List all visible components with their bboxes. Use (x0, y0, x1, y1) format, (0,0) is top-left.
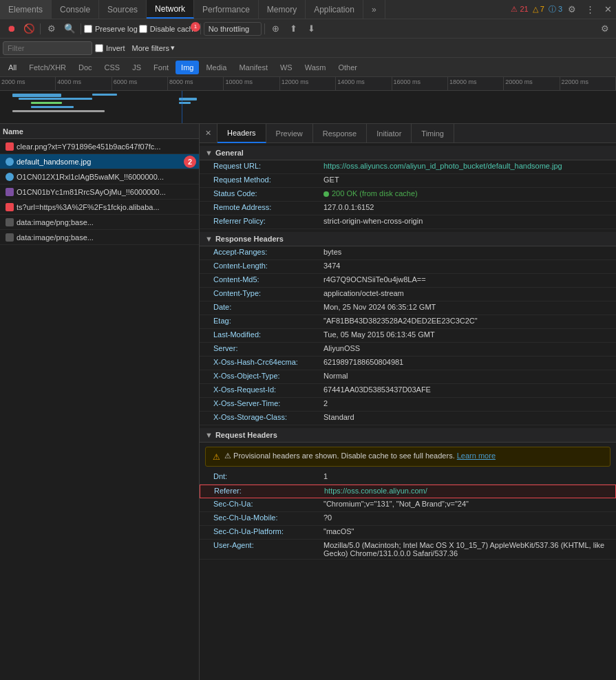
request-headers-section[interactable]: ▼ Request Headers (200, 428, 616, 443)
preserve-log-label[interactable]: Preserve log (84, 25, 138, 33)
devtools-gear-area: ⚠ 21 △ 7 ⓘ 3 ⚙ ⋮ ✕ (511, 0, 616, 19)
preserve-log-checkbox[interactable] (84, 25, 92, 33)
tab-performance[interactable]: Performance (194, 0, 259, 19)
prop-remote-address: Remote Address: 127.0.0.1:6152 (200, 202, 616, 215)
type-btn-font[interactable]: Font (148, 61, 174, 74)
prop-oss-object-type: X-Oss-Object-Type: Normal (200, 370, 616, 384)
timeline-area[interactable]: 2000 ms 4000 ms 6000 ms 8000 ms 10000 ms… (0, 77, 616, 124)
tick-1: 2000 ms (0, 77, 56, 90)
type-btn-img[interactable]: Img (176, 61, 199, 74)
timeline-bar-3 (31, 102, 62, 104)
prop-oss-request-id: X-Oss-Request-Id: 67441AA03D53853437D03A… (200, 384, 616, 398)
close-devtools-button[interactable]: ✕ (599, 1, 616, 18)
prop-referrer-policy: Referrer Policy: strict-origin-when-cros… (200, 215, 616, 229)
detail-tab-headers[interactable]: Headers (217, 124, 266, 143)
prop-status-code: Status Code: 200 OK (from disk cache) (200, 188, 616, 202)
type-btn-fetch[interactable]: Fetch/XHR (23, 61, 72, 74)
response-headers-section[interactable]: ▼ Response Headers (200, 232, 616, 246)
request-item-2[interactable]: default_handsome.jpg 2 (0, 154, 199, 169)
separator-4 (264, 23, 265, 34)
learn-more-link[interactable]: Learn more (457, 451, 496, 460)
tab-elements[interactable]: Elements (0, 0, 52, 19)
type-btn-all[interactable]: All (3, 61, 22, 74)
prop-last-modified: Last-Modified: Tue, 05 May 2015 06:13:45… (200, 329, 616, 343)
type-btn-other[interactable]: Other (332, 61, 363, 74)
separator-1 (40, 23, 41, 34)
tick-11: 22000 ms (560, 77, 616, 90)
chevron-icon-req: ▼ (205, 431, 213, 439)
error-count[interactable]: ⚠ 21 (511, 5, 528, 14)
req-name-5: ts?url=https%3A%2F%2Fs1fckjo.alibaba... (17, 203, 196, 211)
prop-request-url: Request URL: https://oss.aliyuncs.com/al… (200, 160, 616, 174)
tick-3: 6000 ms (112, 77, 168, 90)
detail-tab-timing[interactable]: Timing (412, 124, 454, 143)
detail-tab-bar: ✕ Headers Preview Response Initiator Tim… (200, 124, 616, 143)
filter-button[interactable]: ⚙ (43, 21, 60, 37)
export-button[interactable]: ⬇ (304, 21, 320, 37)
detail-tab-response[interactable]: Response (313, 124, 368, 143)
info-count[interactable]: ⓘ 3 (549, 4, 562, 14)
type-btn-js[interactable]: JS (127, 61, 147, 74)
detail-close-button[interactable]: ✕ (200, 124, 217, 143)
devtools-tab-bar: Elements Console Sources Network Perform… (0, 0, 616, 19)
request-item-5[interactable]: ts?url=https%3A%2F%2Fs1fckjo.alibaba... (0, 200, 199, 215)
prop-content-length: Content-Length: 3474 (200, 260, 616, 274)
tick-2: 4000 ms (56, 77, 111, 90)
network-toolbar: ⏺ 🚫 ⚙ 🔍 Preserve log Disable cache 1 No … (0, 19, 616, 39)
type-btn-ws[interactable]: WS (275, 61, 298, 74)
type-btn-media[interactable]: Media (200, 61, 232, 74)
invert-checkbox[interactable] (95, 44, 103, 52)
status-indicator (323, 191, 329, 197)
record-button[interactable]: ⏺ (3, 21, 19, 37)
req-name-2: default_handsome.jpg (17, 158, 196, 166)
more-filters-button[interactable]: More filters ▾ (128, 42, 179, 54)
detail-tab-initiator[interactable]: Initiator (367, 124, 412, 143)
tab-memory[interactable]: Memory (259, 0, 306, 19)
general-section-header[interactable]: ▼ General (200, 146, 616, 160)
disable-cache-label[interactable]: Disable cache (139, 25, 198, 33)
request-item-3[interactable]: O1CN012X1Rxl1clAgB5waMK_!!6000000... (0, 169, 199, 184)
tick-8: 16000 ms (392, 77, 448, 90)
import-button[interactable]: ⬆ (286, 21, 302, 37)
wifi-button[interactable]: ⊕ (268, 21, 284, 37)
timeline-cursor (182, 91, 182, 124)
more-options-button[interactable]: ⋮ (582, 1, 598, 18)
tab-application[interactable]: Application (306, 0, 363, 19)
request-item-7[interactable]: data:image/png;base... (0, 230, 199, 245)
prop-content-md5: Content-Md5: r4G7Q9OCNSiiTe0u4jw8LA== (200, 274, 616, 288)
tab-console[interactable]: Console (52, 0, 99, 19)
disable-cache-container: Disable cache 1 (139, 25, 198, 33)
filter-toolbar: Invert More filters ▾ (0, 39, 616, 58)
timeline-bar-1 (12, 94, 62, 97)
settings-button[interactable]: ⚙ (564, 1, 580, 18)
type-filter-bar: All Fetch/XHR Doc CSS JS Font Img Media … (0, 58, 616, 77)
warning-count[interactable]: △ 7 (533, 5, 544, 14)
chevron-icon-resp: ▼ (205, 235, 213, 243)
clear-button[interactable]: 🚫 (21, 21, 37, 37)
invert-label[interactable]: Invert (95, 44, 125, 52)
disable-cache-checkbox[interactable] (139, 25, 147, 33)
type-btn-css[interactable]: CSS (99, 61, 126, 74)
prop-date: Date: Mon, 25 Nov 2024 06:35:12 GMT (200, 301, 616, 315)
tab-overflow[interactable]: » (363, 0, 385, 19)
req-icon-2 (6, 158, 14, 166)
request-item-1[interactable]: clear.png?xt=Y791896e451b9ac647f07fc... (0, 139, 199, 154)
type-btn-doc[interactable]: Doc (73, 61, 98, 74)
req-icon-6 (6, 218, 14, 226)
search-button[interactable]: 🔍 (61, 21, 78, 37)
tab-sources[interactable]: Sources (99, 0, 147, 19)
type-btn-manifest[interactable]: Manifest (233, 61, 273, 74)
network-settings-button[interactable]: ⚙ (597, 21, 613, 37)
throttle-select[interactable]: No throttling Fast 3G Slow 3G Offline (204, 22, 262, 36)
request-item-4[interactable]: O1CN01bYc1m81RrcSAyOjMu_!!6000000... (0, 184, 199, 200)
timeline-bar-6 (92, 94, 117, 96)
timeline-bar-5 (12, 110, 105, 112)
request-item-6[interactable]: data:image/png;base... (0, 215, 199, 230)
tick-5: 10000 ms (224, 77, 279, 90)
tab-network[interactable]: Network (147, 0, 194, 19)
type-btn-wasm[interactable]: Wasm (299, 61, 332, 74)
tick-10: 20000 ms (504, 77, 560, 90)
filter-input[interactable] (3, 41, 92, 55)
detail-tab-preview[interactable]: Preview (266, 124, 313, 143)
req-icon-4 (6, 188, 14, 196)
